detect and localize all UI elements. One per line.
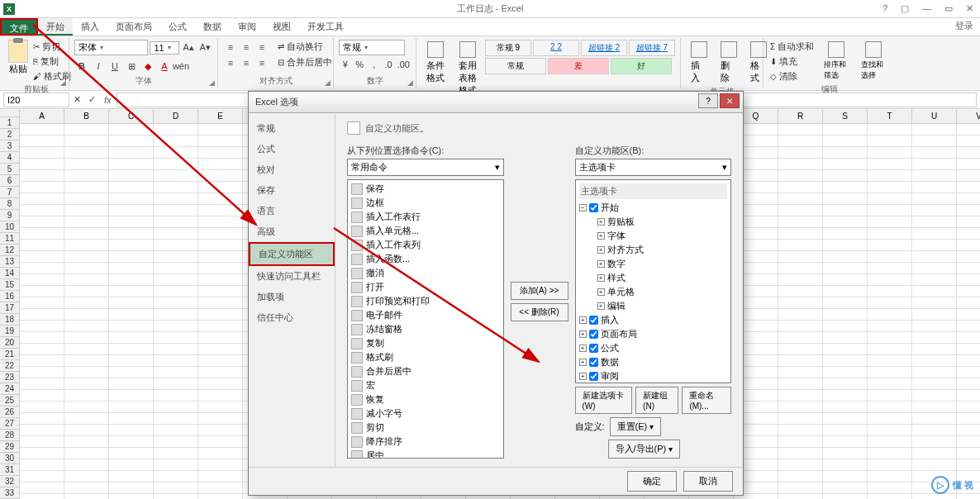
tree-checkbox[interactable] xyxy=(589,372,598,381)
paste-button[interactable]: 粘贴 xyxy=(8,40,28,75)
tree-checkbox[interactable] xyxy=(589,358,598,367)
cell[interactable] xyxy=(109,494,154,499)
tree-item-formula[interactable]: +公式 xyxy=(579,341,728,355)
row-header[interactable]: 25 xyxy=(0,395,20,406)
cell[interactable] xyxy=(823,228,868,240)
cell[interactable] xyxy=(109,355,154,367)
cell[interactable] xyxy=(912,390,957,402)
cell[interactable] xyxy=(778,436,823,448)
cell[interactable] xyxy=(912,240,957,251)
cell[interactable] xyxy=(957,170,980,182)
cell[interactable] xyxy=(823,321,868,332)
cell[interactable] xyxy=(778,147,823,159)
cell[interactable] xyxy=(778,286,823,297)
cell[interactable] xyxy=(20,182,64,193)
cell[interactable] xyxy=(20,216,64,228)
cell[interactable] xyxy=(912,413,957,425)
cell[interactable] xyxy=(912,297,957,309)
cell[interactable] xyxy=(198,390,243,402)
cell[interactable] xyxy=(64,124,109,135)
cell[interactable] xyxy=(154,436,198,448)
align-left-icon[interactable]: ≡ xyxy=(223,55,238,70)
cell[interactable] xyxy=(823,494,868,499)
cell[interactable] xyxy=(957,436,980,448)
cell[interactable] xyxy=(198,193,243,205)
cell[interactable] xyxy=(198,147,243,159)
row-header[interactable]: 11 xyxy=(0,233,20,245)
command-list-item[interactable]: 插入单元格... xyxy=(350,224,502,238)
login-link[interactable]: 登录 xyxy=(955,20,973,32)
cell[interactable] xyxy=(912,251,957,263)
copy-button[interactable]: ⎘ 复制 xyxy=(31,55,73,69)
row-header[interactable]: 4 xyxy=(0,152,20,164)
cell[interactable] xyxy=(823,193,868,205)
cell[interactable] xyxy=(109,459,154,471)
cell[interactable] xyxy=(868,448,912,459)
row-header[interactable]: 18 xyxy=(0,314,20,326)
row-header[interactable]: 15 xyxy=(0,279,20,291)
cell[interactable] xyxy=(868,263,912,274)
cell[interactable] xyxy=(20,390,64,402)
cell[interactable] xyxy=(778,193,823,205)
tab-view[interactable]: 视图 xyxy=(264,18,299,36)
cell[interactable] xyxy=(868,286,912,297)
font-size-combo[interactable]: 11▾ xyxy=(150,41,179,55)
cell[interactable] xyxy=(912,355,957,367)
cell[interactable] xyxy=(109,482,154,494)
font-color-button[interactable]: A xyxy=(157,59,172,74)
cell[interactable] xyxy=(64,182,109,193)
cell[interactable] xyxy=(868,367,912,378)
column-header[interactable]: T xyxy=(868,109,912,124)
row-header[interactable]: 19 xyxy=(0,326,20,337)
cell[interactable] xyxy=(109,332,154,344)
expand-icon[interactable]: + xyxy=(579,359,587,366)
cell[interactable] xyxy=(823,216,868,228)
cell[interactable] xyxy=(778,182,823,193)
cell[interactable] xyxy=(198,459,243,471)
cell[interactable] xyxy=(778,494,823,499)
cell[interactable] xyxy=(868,274,912,286)
command-list-item[interactable]: 合并后居中 xyxy=(350,364,502,378)
cell[interactable] xyxy=(64,471,109,482)
cell[interactable] xyxy=(109,124,154,135)
cell[interactable] xyxy=(823,182,868,193)
cell[interactable] xyxy=(154,413,198,425)
cell[interactable] xyxy=(823,482,868,494)
cell[interactable] xyxy=(20,193,64,205)
cell[interactable] xyxy=(64,240,109,251)
cell[interactable] xyxy=(198,263,243,274)
cell[interactable] xyxy=(778,263,823,274)
cell[interactable] xyxy=(868,482,912,494)
cell[interactable] xyxy=(868,309,912,321)
cell[interactable] xyxy=(20,240,64,251)
number-launcher-icon[interactable]: ◢ xyxy=(406,78,414,87)
cell[interactable] xyxy=(64,482,109,494)
cell[interactable] xyxy=(154,482,198,494)
cell[interactable] xyxy=(778,170,823,182)
cell[interactable] xyxy=(198,413,243,425)
cell[interactable] xyxy=(957,378,980,390)
increase-decimal-icon[interactable]: .0 xyxy=(382,57,394,72)
align-right-icon[interactable]: ≡ xyxy=(255,55,269,70)
cell[interactable] xyxy=(109,413,154,425)
row-header[interactable]: 9 xyxy=(0,210,20,221)
row-header[interactable]: 22 xyxy=(0,360,20,372)
expand-icon[interactable]: + xyxy=(597,288,605,296)
cell[interactable] xyxy=(778,459,823,471)
add-button[interactable]: 添加(A) >> xyxy=(511,282,568,300)
cell[interactable] xyxy=(20,436,64,448)
cell[interactable] xyxy=(64,355,109,367)
cell[interactable] xyxy=(198,286,243,297)
expand-icon[interactable]: + xyxy=(579,316,587,324)
cell[interactable] xyxy=(20,378,64,390)
currency-icon[interactable]: ¥ xyxy=(339,57,351,72)
ribbon-tree[interactable]: 主选项卡 −开始 +剪贴板+字体+对齐方式+数字+样式+单元格+编辑 +插入 +… xyxy=(575,179,732,383)
cell[interactable] xyxy=(823,425,868,436)
cell[interactable] xyxy=(154,297,198,309)
font-launcher-icon[interactable]: ◢ xyxy=(207,78,216,87)
cell[interactable] xyxy=(20,124,64,135)
command-list-item[interactable]: 减小字号 xyxy=(350,406,502,421)
cell[interactable] xyxy=(154,471,198,482)
cell[interactable] xyxy=(778,367,823,378)
cell[interactable] xyxy=(154,309,198,321)
